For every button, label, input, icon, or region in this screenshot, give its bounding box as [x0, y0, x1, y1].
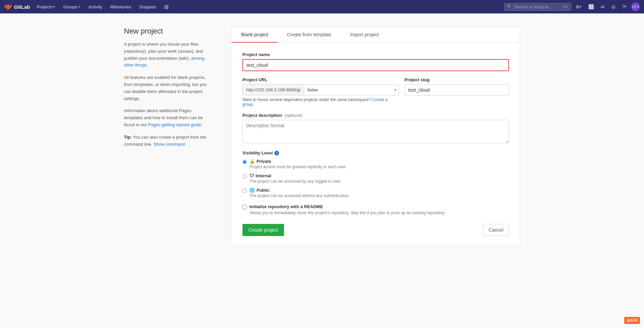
chevron-down-icon: ▾ [580, 5, 582, 8]
url-prefix: http://192.168.0.188:8888/gi [243, 85, 304, 95]
nav-milestones[interactable]: Milestones [107, 3, 134, 11]
page-wrapper: New project A project is where you house… [0, 13, 644, 328]
tab-blank-project[interactable]: Blank project [232, 27, 278, 43]
tab-bar: Blank project Create from template Impor… [232, 27, 520, 43]
radio-public: 🌐 Public The project can be accessed wit… [242, 188, 509, 198]
show-command-link[interactable]: Show command [153, 142, 185, 147]
radio-private-labels: 🔒 Private Project access must be granted… [249, 159, 347, 169]
chevron-down-icon: ▾ [79, 5, 80, 8]
top-navbar: GitLab Projects ▾ Groups ▾ Activity Mile… [0, 0, 644, 13]
visibility-label: Visibility Level i [242, 150, 509, 155]
nav-snippets-label: Snippets [139, 4, 156, 9]
gitlab-logo-icon [4, 3, 12, 11]
left-desc-3: Information about additional Pages templ… [124, 107, 211, 128]
namespace-hint: Want to house several dependent projects… [242, 97, 399, 107]
project-name-group: Project name [242, 52, 509, 71]
namespace-dropdown-wrapper: liutao ▾ [304, 85, 399, 95]
form-actions: Create project Cancel [242, 224, 509, 236]
help-button[interactable]: ? ▾ [620, 3, 629, 11]
radio-private-label: Private [257, 159, 271, 164]
nav-snippets[interactable]: Snippets [136, 3, 159, 11]
init-repo-label-group: Initialize repository with a README Allo… [249, 204, 445, 216]
plus-icon: ⊕ [576, 4, 580, 9]
right-panel: Blank project Create from template Impor… [231, 27, 520, 246]
namespace-select[interactable]: liutao [304, 85, 399, 95]
tip-text: Tip: You can also create a project from … [124, 134, 211, 148]
project-desc-label-text: Project description [242, 113, 282, 118]
watermark: 编程网 [624, 317, 640, 324]
url-slug-row: Project URL http://192.168.0.188:8888/gi… [242, 77, 509, 113]
namespace-hint-text: Want to house several dependent projects… [242, 97, 372, 102]
radio-private-desc: Project access must be granted explicitl… [249, 165, 347, 169]
init-repo-checkbox[interactable] [242, 205, 247, 209]
tab-import-project[interactable]: Import project [340, 27, 388, 43]
nav-projects[interactable]: Projects ▾ [34, 3, 58, 11]
nav-board-icon[interactable]: ⊞ [162, 2, 171, 11]
chevron-down-icon: ▾ [53, 5, 55, 8]
brand-label: GitLab [14, 4, 30, 10]
nav-groups-label: Groups [63, 4, 78, 9]
avatar-initials: LT [632, 5, 636, 9]
radio-internal: 🛡 Internal The project can be accessed b… [242, 173, 509, 184]
info-icon[interactable]: i [274, 151, 279, 155]
tab-create-from-template[interactable]: Create from template [278, 27, 341, 43]
project-slug-label: Project slug [405, 77, 509, 82]
tip-prefix: Tip: [124, 135, 132, 140]
project-name-input[interactable] [242, 59, 509, 71]
screen-icon: ⬜ [588, 4, 594, 9]
globe-icon: 🌐 [249, 188, 255, 193]
radio-public-title: 🌐 Public [249, 188, 350, 193]
tab-blank-project-label: Blank project [241, 32, 268, 37]
radio-internal-input[interactable] [242, 174, 247, 179]
visibility-label-text: Visibility Level [242, 150, 273, 155]
brand-logo[interactable]: GitLab [4, 3, 30, 11]
nav-milestones-label: Milestones [110, 4, 131, 9]
merge-requests-button[interactable]: ⇄ [599, 3, 607, 11]
radio-public-labels: 🌐 Public The project can be accessed wit… [249, 188, 350, 198]
radio-internal-labels: 🛡 Internal The project can be accessed b… [249, 173, 341, 184]
create-project-button[interactable]: Create project [242, 224, 284, 236]
user-avatar[interactable]: LT ▾ [631, 2, 640, 11]
tab-create-from-template-label: Create from template [287, 32, 331, 37]
radio-public-input[interactable] [242, 189, 247, 193]
pages-guide-link[interactable]: Pages getting started guide. [148, 122, 202, 127]
chevron-down-icon: ▾ [625, 5, 627, 8]
project-desc-group: Project description (optional) [242, 113, 509, 144]
radio-private-input[interactable] [242, 160, 247, 164]
search-input[interactable] [514, 4, 560, 9]
project-desc-textarea[interactable] [242, 120, 509, 143]
left-panel: New project A project is where you house… [124, 27, 211, 246]
radio-private: 🔒 Private Project access must be granted… [242, 159, 509, 169]
visibility-group: Visibility Level i 🔒 Private Projec [242, 150, 509, 198]
screen-button[interactable]: ⬜ [586, 3, 596, 11]
page-title: New project [124, 27, 211, 36]
radio-internal-label: Internal [256, 173, 271, 178]
issues-button[interactable]: ◎ [609, 3, 617, 11]
init-repo-title: Initialize repository with a README [249, 204, 445, 209]
cancel-button[interactable]: Cancel [483, 224, 509, 236]
search-bar[interactable]: 🔍 ⌘K [504, 3, 571, 11]
project-desc-label: Project description (optional) [242, 113, 509, 118]
radio-group-visibility: 🔒 Private Project access must be granted… [242, 159, 509, 198]
left-desc-2: All features are enabled for blank proje… [124, 74, 211, 102]
radio-internal-desc: The project can be accessed by any logge… [249, 179, 341, 184]
merge-icon: ⇄ [601, 4, 605, 9]
tab-import-project-label: Import project [350, 32, 379, 37]
left-desc-1: A project is where you house your files … [124, 41, 211, 69]
help-icon: ? [622, 4, 625, 9]
project-name-label: Project name [242, 52, 509, 57]
project-url-group: Project URL http://192.168.0.188:8888/gi… [242, 77, 399, 107]
lock-icon: 🔒 [249, 159, 255, 164]
project-slug-input[interactable] [405, 84, 509, 96]
checkbox-init-repo: Initialize repository with a README Allo… [242, 204, 509, 216]
chevron-down-icon: ▾ [637, 5, 639, 8]
nav-activity-label: Activity [88, 4, 102, 9]
init-repo-group: Initialize repository with a README Allo… [242, 204, 509, 216]
radio-public-label: Public [257, 188, 270, 193]
plus-button[interactable]: ⊕ ▾ [574, 3, 584, 11]
init-repo-desc: Allows you to immediately clone this pro… [249, 210, 445, 216]
project-desc-optional: (optional) [283, 113, 303, 118]
nav-groups[interactable]: Groups ▾ [60, 3, 83, 11]
radio-internal-title: 🛡 Internal [249, 173, 341, 178]
nav-activity[interactable]: Activity [86, 3, 105, 11]
